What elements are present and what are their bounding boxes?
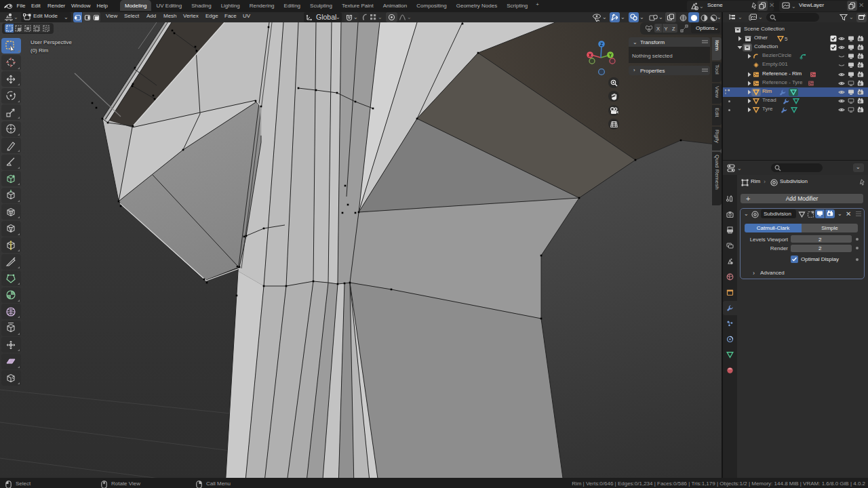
svg-text:Y: Y <box>609 53 612 58</box>
svg-text:X: X <box>589 53 592 58</box>
svg-text:Z: Z <box>600 42 603 47</box>
